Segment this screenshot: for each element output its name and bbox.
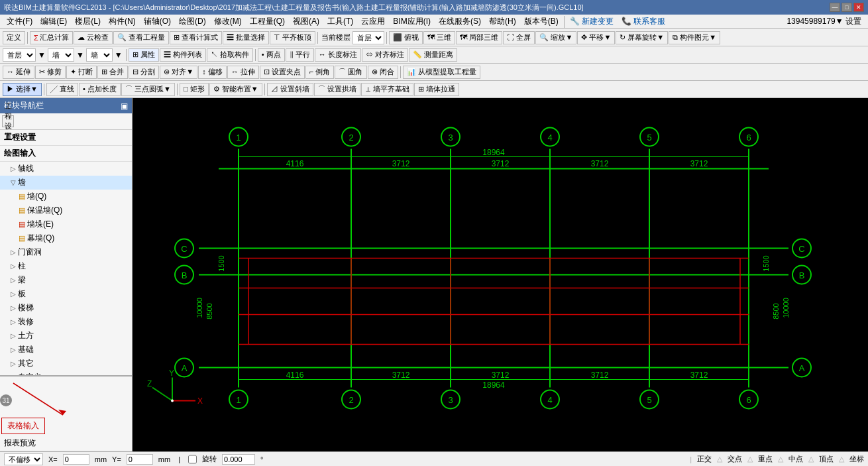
btn-split[interactable]: ⊟ 分割 bbox=[129, 66, 159, 79]
tree-axis[interactable]: ▷ 轴线 bbox=[0, 162, 132, 176]
menu-new-change[interactable]: 🔧 新建变更 bbox=[566, 15, 618, 29]
tree-other[interactable]: ▷ 其它 bbox=[0, 357, 132, 371]
btn-align-top[interactable]: ⊤ 平齐板顶 bbox=[270, 31, 315, 44]
current-floor-select[interactable]: 首层 bbox=[353, 31, 384, 44]
tree-beam[interactable]: ▷ 梁 bbox=[0, 273, 132, 287]
btn-stretch[interactable]: ↔ 拉伸 bbox=[227, 66, 259, 79]
btn-align2[interactable]: ⊜ 对齐▼ bbox=[160, 66, 197, 79]
btn-fullscreen[interactable]: ⛶ 全屏 bbox=[503, 31, 535, 44]
btn-select[interactable]: ▶ 选择▼ bbox=[3, 83, 42, 96]
tree-wall-column[interactable]: ▤ 墙垛(E) bbox=[0, 217, 132, 231]
btn-align-mark[interactable]: ⇔ 对齐标注 bbox=[362, 48, 408, 62]
btn-length-mark[interactable]: ↔ 长度标注 bbox=[315, 48, 361, 62]
btn-two-point[interactable]: • 两点 bbox=[258, 48, 285, 62]
status-y-input[interactable] bbox=[127, 454, 153, 465]
status-not-shift[interactable]: 不偏移 bbox=[4, 453, 43, 465]
tree-curtain-wall[interactable]: ▤ 幕墙(Q) bbox=[0, 231, 132, 245]
menu-file[interactable]: 文件(F) bbox=[3, 15, 36, 29]
name-select[interactable]: 墙 bbox=[86, 48, 113, 62]
btn-merge[interactable]: ⊞ 合并 bbox=[97, 66, 128, 79]
btn-engineering-settings[interactable]: 工程设置 bbox=[2, 115, 14, 127]
status-rotate-check[interactable] bbox=[188, 455, 197, 464]
btn-trim[interactable]: ✂ 修剪 bbox=[35, 66, 66, 79]
maximize-button[interactable]: □ bbox=[841, 3, 852, 12]
btn-point-length[interactable]: • 点加长度 bbox=[79, 83, 121, 96]
menu-version[interactable]: 版本号(B) bbox=[520, 15, 563, 29]
btn-component-element[interactable]: ⧉ 构件图元▼ bbox=[669, 31, 720, 44]
btn-arc[interactable]: ⌒ 三点圆弧▼ bbox=[121, 83, 175, 96]
btn-extract-quantity[interactable]: 📊 从模型提取工程量 bbox=[403, 66, 480, 79]
status-rotate-input[interactable] bbox=[222, 454, 255, 465]
btn-wall-align-base[interactable]: ⊥ 墙平齐基础 bbox=[361, 83, 413, 96]
status-x-input[interactable] bbox=[63, 454, 89, 465]
menu-view[interactable]: 视图(A) bbox=[289, 15, 323, 29]
status-snap-ortho[interactable]: 正交 bbox=[697, 454, 712, 464]
btn-smart-layout[interactable]: ⚙ 智能布置▼ bbox=[209, 83, 262, 96]
menu-online[interactable]: 在线服务(S) bbox=[435, 15, 485, 29]
btn-table-input[interactable]: 表格输入 bbox=[1, 418, 45, 434]
tree-column[interactable]: ▷ 柱 bbox=[0, 259, 132, 273]
btn-parallel[interactable]: ∥ 平行 bbox=[286, 48, 314, 62]
btn-set-sloped[interactable]: ⊿ 设置斜墙 bbox=[267, 83, 313, 96]
btn-summary[interactable]: Σ 汇总计算 bbox=[30, 31, 73, 44]
btn-wall-through[interactable]: ⊞ 墙体拉通 bbox=[414, 83, 459, 96]
btn-define[interactable]: 定义 bbox=[3, 31, 25, 44]
menu-aux-axis[interactable]: 辅轴(O) bbox=[140, 15, 175, 29]
tree-section-engineering[interactable]: 工程设置 bbox=[0, 130, 132, 146]
status-snap-endpoint[interactable]: 重点 bbox=[758, 454, 773, 464]
close-button[interactable]: ✕ bbox=[853, 3, 864, 12]
menu-floor[interactable]: 楼层(L) bbox=[71, 15, 105, 29]
menu-component[interactable]: 构件(N) bbox=[105, 15, 140, 29]
menu-cloud[interactable]: 云应用 bbox=[357, 15, 389, 29]
btn-offset[interactable]: ↕ 偏移 bbox=[198, 66, 227, 79]
btn-3d[interactable]: 🗺 三维 bbox=[423, 31, 455, 44]
menu-quantity[interactable]: 工程量(Q) bbox=[246, 15, 289, 29]
status-snap-midpoint[interactable]: 中点 bbox=[788, 454, 803, 464]
btn-extend[interactable]: ↔ 延伸 bbox=[3, 66, 34, 79]
btn-local-3d[interactable]: 🗺 局部三维 bbox=[456, 31, 502, 44]
btn-rect[interactable]: □ 矩形 bbox=[180, 83, 209, 96]
menu-draw[interactable]: 绘图(D) bbox=[175, 15, 210, 29]
menu-user[interactable]: 13945989179▼ 设置 bbox=[783, 15, 865, 29]
btn-property[interactable]: ⊞ 属性 bbox=[129, 48, 159, 62]
type-select[interactable]: 墙 bbox=[48, 48, 74, 62]
menu-tools[interactable]: 工具(T) bbox=[323, 15, 357, 29]
menu-bim[interactable]: BIM应用(I) bbox=[389, 15, 435, 29]
btn-rotate-screen[interactable]: ↻ 屏幕旋转▼ bbox=[616, 31, 668, 44]
btn-measure-dist[interactable]: 📏 测量距离 bbox=[409, 48, 457, 62]
tree-door-window[interactable]: ▷ 门窗洞 bbox=[0, 245, 132, 259]
menu-help[interactable]: 帮助(H) bbox=[485, 15, 520, 29]
btn-break[interactable]: ✦ 打断 bbox=[66, 66, 97, 79]
floor-select[interactable]: 首层 bbox=[3, 48, 36, 62]
status-snap-coord[interactable]: 坐标 bbox=[849, 454, 864, 464]
btn-top-view[interactable]: ⬛ 俯视 bbox=[389, 31, 423, 44]
tree-wall[interactable]: ▽ 墙 bbox=[0, 176, 132, 190]
btn-fillet[interactable]: ⌒ 圆角 bbox=[335, 66, 366, 79]
tree-section-drawing[interactable]: 绘图输入 bbox=[0, 146, 132, 162]
btn-view-formula[interactable]: ⊞ 查看计算式 bbox=[170, 31, 222, 44]
btn-set-arch[interactable]: ⌒ 设置拱墙 bbox=[314, 83, 360, 96]
panel-dock-btn[interactable]: ▣ bbox=[121, 101, 128, 111]
status-snap-vertex[interactable]: 顶点 bbox=[819, 454, 834, 464]
tree-insulation-wall[interactable]: ▤ 保温墙(Q) bbox=[0, 204, 132, 217]
tree-decoration[interactable]: ▷ 装修 bbox=[0, 315, 132, 329]
btn-pan[interactable]: ✥ 平移▼ bbox=[577, 31, 615, 44]
status-snap-intersect[interactable]: 交点 bbox=[728, 454, 742, 464]
btn-batch-select[interactable]: ☰ 批量选择 bbox=[223, 31, 269, 44]
menu-contact[interactable]: 📞 联系客服 bbox=[618, 15, 669, 29]
btn-cloud-check[interactable]: ☁ 云检查 bbox=[74, 31, 113, 44]
tree-custom[interactable]: ▽ 自定义 bbox=[0, 371, 132, 375]
menu-edit[interactable]: 编辑(E) bbox=[36, 15, 71, 29]
tree-stair[interactable]: ▷ 楼梯 bbox=[0, 301, 132, 315]
btn-chamfer[interactable]: ⌐ 倒角 bbox=[305, 66, 334, 79]
btn-line[interactable]: ╱ 直线 bbox=[46, 83, 78, 96]
tree-slab[interactable]: ▷ 板 bbox=[0, 287, 132, 301]
btn-zoom[interactable]: 🔍 缩放▼ bbox=[535, 31, 576, 44]
tree-wall-q[interactable]: ▤ 墙(Q) bbox=[0, 190, 132, 204]
menu-modify[interactable]: 修改(M) bbox=[210, 15, 246, 29]
tree-foundation[interactable]: ▷ 基础 bbox=[0, 343, 132, 357]
btn-component-list[interactable]: ☰ 构件列表 bbox=[160, 48, 206, 62]
btn-close[interactable]: ⊗ 闭合 bbox=[368, 66, 398, 79]
minimize-button[interactable]: — bbox=[830, 3, 840, 12]
btn-set-grip[interactable]: ⊡ 设置夹点 bbox=[260, 66, 305, 79]
